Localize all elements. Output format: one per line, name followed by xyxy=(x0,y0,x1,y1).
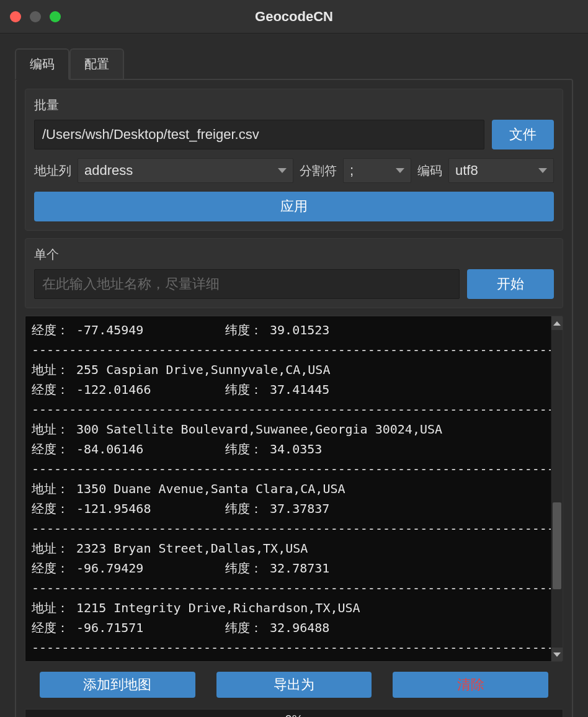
start-button[interactable]: 开始 xyxy=(467,269,554,299)
traffic-lights xyxy=(10,11,61,22)
separator-label: 分割符 xyxy=(300,163,337,179)
scrollbar[interactable] xyxy=(551,316,563,661)
fullscreen-window-icon[interactable] xyxy=(50,11,61,22)
encoding-label: 编码 xyxy=(417,163,442,179)
action-row: 添加到地图 导出为 清除 xyxy=(25,672,563,698)
single-group-title: 单个 xyxy=(34,246,554,263)
tab-panel-encode: 批量 文件 地址列 address 分割符 ; 编码 utf8 应用 xyxy=(15,79,573,717)
address-column-value: address xyxy=(84,163,133,179)
file-browse-button[interactable]: 文件 xyxy=(492,120,554,149)
add-to-map-button[interactable]: 添加到地图 xyxy=(40,672,195,698)
file-path-input[interactable] xyxy=(34,120,484,149)
scroll-up-icon[interactable] xyxy=(551,316,563,330)
separator-select[interactable]: ; xyxy=(343,158,411,183)
encoding-value: utf8 xyxy=(455,163,478,179)
batch-group-title: 批量 xyxy=(34,97,554,114)
apply-button[interactable]: 应用 xyxy=(34,192,554,221)
window-title: GeocodeCN xyxy=(255,9,333,25)
minimize-window-icon[interactable] xyxy=(30,11,41,22)
address-column-label: 地址列 xyxy=(34,163,71,179)
log-output-wrapper: 经度： -77.45949纬度： 39.01523---------------… xyxy=(25,316,563,662)
app-window: GeocodeCN 编码 配置 批量 文件 地址列 address 分割符 ; … xyxy=(0,0,588,717)
encoding-select[interactable]: utf8 xyxy=(448,158,554,183)
address-column-select[interactable]: address xyxy=(78,158,293,183)
clear-button[interactable]: 清除 xyxy=(393,672,548,698)
scroll-thumb[interactable] xyxy=(553,502,561,589)
tab-encode[interactable]: 编码 xyxy=(15,48,69,80)
content-area: 编码 配置 批量 文件 地址列 address 分割符 ; 编码 utf8 xyxy=(0,33,588,717)
single-group: 单个 开始 xyxy=(25,238,563,308)
scroll-down-icon[interactable] xyxy=(551,648,563,661)
progress-bar: 0% xyxy=(25,709,563,717)
export-button[interactable]: 导出为 xyxy=(216,672,372,698)
tab-config[interactable]: 配置 xyxy=(69,48,124,80)
progress-text: 0% xyxy=(285,713,303,718)
single-address-input[interactable] xyxy=(34,269,460,299)
tab-row: 编码 配置 xyxy=(15,48,573,80)
batch-group: 批量 文件 地址列 address 分割符 ; 编码 utf8 应用 xyxy=(25,89,563,231)
titlebar: GeocodeCN xyxy=(0,0,588,33)
separator-value: ; xyxy=(350,163,354,179)
log-output[interactable]: 经度： -77.45949纬度： 39.01523---------------… xyxy=(25,316,551,661)
close-window-icon[interactable] xyxy=(10,11,21,22)
